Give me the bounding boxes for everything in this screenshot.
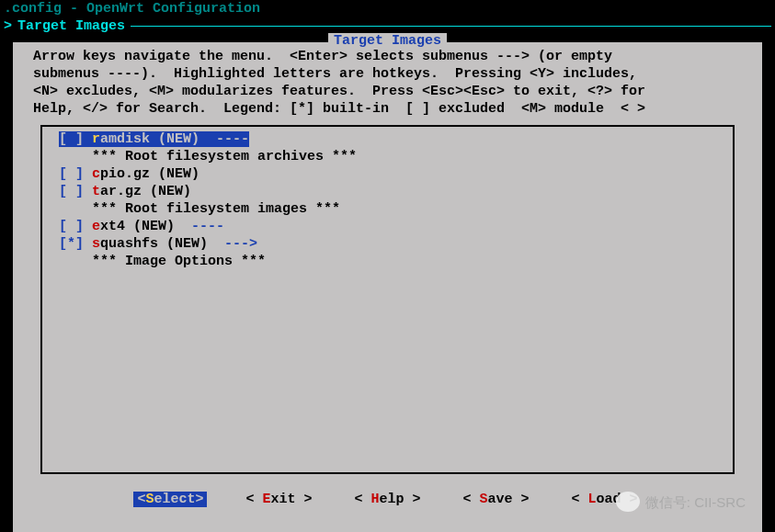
breadcrumb-arrow: >: [4, 17, 12, 35]
button-bar: <Select>< Exit >< Help >< Save >< Load >: [13, 491, 762, 508]
save-button[interactable]: < Save >: [460, 492, 533, 507]
help-button[interactable]: < Help >: [350, 492, 424, 507]
dialog-title: Target Images: [328, 33, 447, 49]
select-button[interactable]: <Select>: [133, 492, 207, 507]
menu-section-header: *** Image Options ***: [42, 253, 733, 270]
menu-item-squashfs[interactable]: [*] squashfs (NEW) --->: [42, 235, 733, 253]
menu-section-header: *** Root filesystem images ***: [42, 200, 733, 218]
exit-button[interactable]: < Exit >: [242, 492, 315, 507]
menu-section-header: *** Root filesystem archives ***: [42, 148, 733, 165]
help-text: Arrow keys navigate the menu. <Enter> se…: [13, 42, 762, 119]
menu-item-cpio.gz[interactable]: [ ] cpio.gz (NEW): [42, 165, 733, 183]
menu-item-tar.gz[interactable]: [ ] tar.gz (NEW): [42, 183, 733, 200]
load-button[interactable]: < Load >: [568, 492, 642, 507]
menu-item-ext4[interactable]: [ ] ext4 (NEW) ----: [42, 218, 733, 235]
menu-item-ramdisk[interactable]: [ ] ramdisk (NEW) ----: [42, 130, 266, 148]
menu-list[interactable]: [ ] ramdisk (NEW) ---- *** Root filesyst…: [40, 125, 735, 474]
window-title: .config - OpenWrt Configuration: [0, 0, 775, 17]
breadcrumb-rule: [131, 26, 771, 27]
dialog: Target Images Arrow keys navigate the me…: [11, 40, 764, 532]
